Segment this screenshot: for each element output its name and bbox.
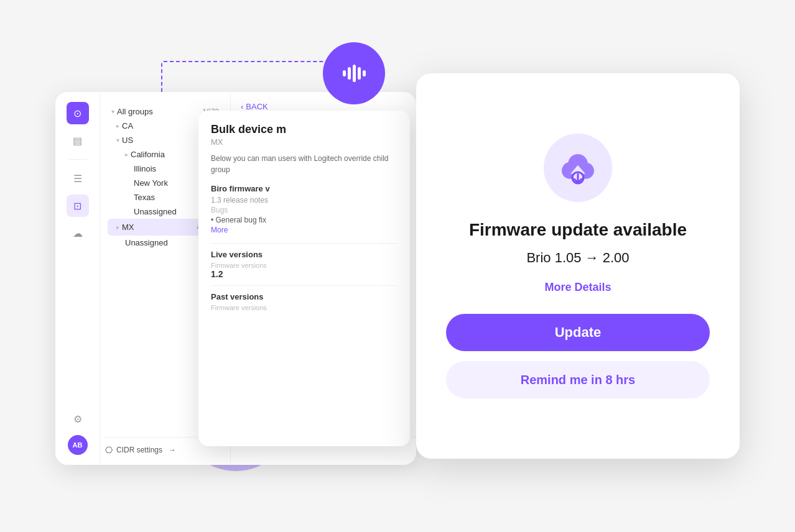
cloud-icon-wrap xyxy=(544,134,612,202)
document-icon: ▤ xyxy=(73,135,82,147)
chevron-icon: ▸ xyxy=(116,122,119,129)
back-label: BACK xyxy=(246,102,267,111)
release-label: 1.3 release notes xyxy=(211,196,398,204)
sidebar-icon-settings[interactable]: ⚙ xyxy=(67,408,89,430)
cloud-download-icon xyxy=(558,150,598,185)
bugs-label: Bugs xyxy=(211,206,398,214)
past-label: Past versions xyxy=(211,292,398,301)
modal-title: Firmware update available xyxy=(469,219,687,241)
chevron-icon: ▸ xyxy=(125,151,128,158)
past-section: Past versions Firmware versions xyxy=(211,285,398,311)
chevron-icon: ▾ xyxy=(116,137,119,144)
chevron-left-icon: ‹ xyxy=(241,102,243,111)
remind-button[interactable]: Remind me in 8 hrs xyxy=(446,361,710,398)
group-label: CA xyxy=(122,121,207,131)
devices-icon: ⊡ xyxy=(73,200,81,212)
firmware-section-title: Biro firmware v xyxy=(211,184,398,193)
update-button[interactable]: Update xyxy=(446,314,710,351)
avatar: AB xyxy=(68,435,88,455)
group-label: Unassigned xyxy=(125,238,211,247)
bug-item: • General bug fix xyxy=(211,216,398,224)
back-button[interactable]: ‹ BACK xyxy=(241,102,406,111)
live-label: Live versions xyxy=(211,250,398,259)
cloud-icon: ☁ xyxy=(73,227,83,239)
live-section: Live versions Firmware versions 1.2 xyxy=(211,243,398,279)
sidebar-icon-monitor[interactable]: ⊙ xyxy=(67,102,89,124)
group-label: All groups xyxy=(117,107,202,116)
past-fw-label: Firmware versions xyxy=(211,304,398,311)
group-label: MX xyxy=(122,222,197,232)
more-details-link[interactable]: More Details xyxy=(544,281,611,294)
waveform-circle xyxy=(323,42,385,104)
version-text: Brio 1.05 → 2.00 xyxy=(526,250,629,266)
version-to: 2.00 xyxy=(603,250,630,265)
sidebar-icon-devices[interactable]: ⊡ xyxy=(67,195,89,217)
sidebar-icon-document[interactable]: ▤ xyxy=(67,129,89,152)
mx-subtitle: MX xyxy=(211,137,398,147)
firmware-modal: Firmware update available Brio 1.05 → 2.… xyxy=(416,73,740,459)
chevron-icon: ▾ xyxy=(111,108,114,115)
group-label: California xyxy=(131,150,207,159)
bulk-panel: Bulk device m MX Below you can man users… xyxy=(198,111,410,446)
cidr-arrow: → xyxy=(169,446,176,454)
waveform-icon xyxy=(343,65,366,82)
bulk-description: Below you can man users with Logitech ov… xyxy=(211,153,398,175)
chevron-icon: ▸ xyxy=(116,224,119,231)
bulk-title: Bulk device m xyxy=(211,123,398,136)
fw-versions-label: Firmware versions xyxy=(211,262,398,269)
sidebar: ⊙ ▤ ☰ ⊡ ☁ ⚙ AB xyxy=(55,92,100,465)
scene: ⊙ ▤ ☰ ⊡ ☁ ⚙ AB ▾ xyxy=(55,42,740,490)
fw-version-value: 1.2 xyxy=(211,269,398,279)
settings-icon: ⚙ xyxy=(73,413,82,425)
list-icon: ☰ xyxy=(73,173,82,185)
arrow-icon: → xyxy=(585,250,603,265)
version-from: Brio 1.05 xyxy=(526,250,581,265)
sidebar-icon-list[interactable]: ☰ xyxy=(67,167,89,190)
more-link[interactable]: More xyxy=(211,226,398,234)
sidebar-icon-cloud[interactable]: ☁ xyxy=(67,222,89,244)
cidr-label: CIDR settings xyxy=(116,446,162,454)
monitor-icon: ⊙ xyxy=(73,108,81,119)
cidr-icon: ⎔ xyxy=(105,445,113,455)
group-label: US xyxy=(122,135,202,145)
